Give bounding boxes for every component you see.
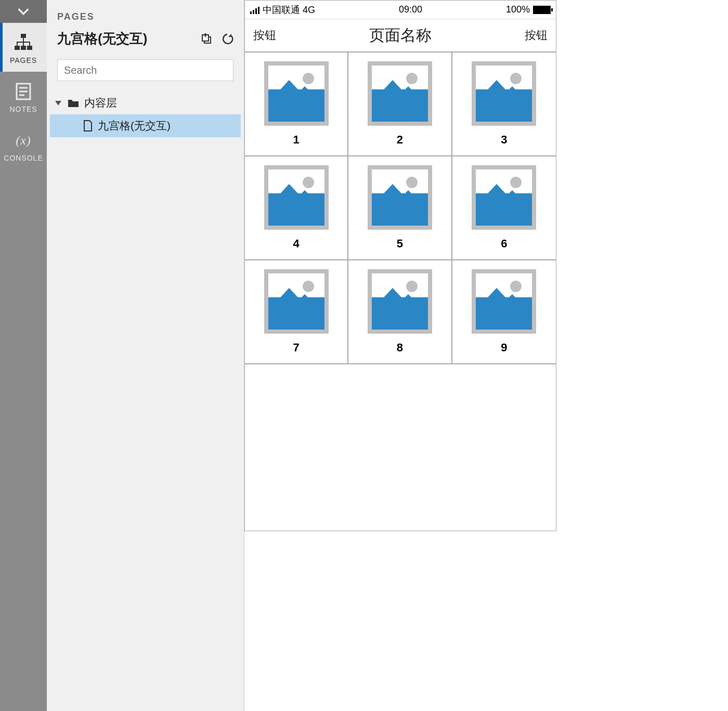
grid-cell: 1: [245, 52, 348, 156]
status-bar: 中国联通 4G 09:00 100%: [245, 1, 556, 19]
image-placeholder-icon: [264, 61, 329, 126]
grid-cell: 3: [452, 52, 556, 156]
rail-collapse-button[interactable]: [0, 0, 47, 23]
tree-folder[interactable]: 内容层: [50, 91, 241, 114]
grid-cell: 5: [348, 156, 452, 260]
image-placeholder-icon: [472, 269, 536, 334]
cell-label: 3: [501, 133, 507, 147]
page-tree: 内容层 九宫格(无交互): [47, 86, 244, 142]
svg-rect-2: [21, 46, 26, 50]
tree-page-item[interactable]: 九宫格(无交互): [50, 114, 241, 137]
tree-page-label: 九宫格(无交互): [98, 118, 171, 133]
grid-cell: 4: [245, 156, 348, 260]
device-frame: 中国联通 4G 09:00 100% 按钮 页面名称 按钮 1 2: [244, 0, 556, 531]
cell-label: 5: [397, 237, 403, 251]
rail-tab-console[interactable]: (x) CONSOLE: [0, 121, 47, 169]
cell-label: 8: [397, 341, 403, 354]
triangle-down-icon: [55, 101, 61, 106]
rail-tab-label: PAGES: [10, 56, 37, 64]
pages-panel-header: PAGES 九宫格(无交互): [47, 0, 244, 51]
image-placeholder-icon: [264, 165, 329, 230]
nav-right-button[interactable]: 按钮: [525, 28, 548, 43]
cell-label: 6: [501, 237, 507, 251]
cell-label: 7: [293, 341, 300, 354]
notes-icon: [13, 81, 34, 102]
cell-label: 9: [501, 341, 507, 354]
status-time: 09:00: [399, 4, 422, 15]
grid-cell: 6: [452, 156, 556, 260]
icon-rail: PAGES NOTES (x) CONSOLE: [0, 0, 47, 711]
search-input[interactable]: [57, 59, 233, 81]
battery-percent: 100%: [506, 4, 530, 15]
image-placeholder-icon: [368, 269, 432, 334]
variable-icon: (x): [13, 130, 34, 151]
rail-tab-label: CONSOLE: [4, 154, 43, 162]
folder-icon: [68, 98, 79, 108]
device-blank-area: [245, 364, 556, 531]
battery-icon: [533, 6, 551, 14]
canvas-area: 中国联通 4G 09:00 100% 按钮 页面名称 按钮 1 2: [244, 0, 728, 711]
grid-cell: 7: [245, 260, 348, 364]
nav-bar: 按钮 页面名称 按钮: [245, 19, 556, 52]
svg-text:(x): (x): [16, 134, 31, 147]
cell-label: 1: [293, 133, 300, 147]
current-page-title: 九宫格(无交互): [57, 30, 147, 48]
signal-icon: [250, 6, 259, 14]
grid-cell: 9: [452, 260, 556, 364]
image-placeholder-icon: [368, 165, 432, 230]
page-icon: [83, 120, 93, 131]
nine-grid: 1 2 3 4 5 6 7: [245, 52, 556, 364]
cell-label: 4: [293, 237, 300, 251]
grid-cell: 8: [348, 260, 452, 364]
chevron-down-icon: [16, 4, 31, 19]
pages-panel: PAGES 九宫格(无交互) 内容层: [47, 0, 244, 711]
carrier-label: 中国联通 4G: [263, 4, 315, 16]
sitemap-icon: [13, 32, 34, 53]
rail-tab-pages[interactable]: PAGES: [0, 23, 47, 72]
tree-folder-label: 内容层: [84, 96, 117, 110]
pages-section-label: PAGES: [57, 11, 233, 22]
image-placeholder-icon: [472, 165, 536, 230]
rail-tab-label: NOTES: [9, 105, 37, 113]
image-placeholder-icon: [472, 61, 536, 126]
image-placeholder-icon: [264, 269, 329, 334]
image-placeholder-icon: [368, 61, 432, 126]
svg-rect-3: [27, 46, 32, 50]
export-icon[interactable]: [200, 33, 213, 45]
nav-left-button[interactable]: 按钮: [253, 28, 276, 43]
refresh-icon[interactable]: [221, 33, 233, 45]
rail-tab-notes[interactable]: NOTES: [0, 72, 47, 121]
cell-label: 2: [397, 133, 403, 147]
nav-title: 页面名称: [369, 25, 432, 46]
search-wrap: [47, 51, 244, 86]
svg-rect-0: [21, 34, 26, 38]
svg-rect-1: [15, 46, 20, 50]
grid-cell: 2: [348, 52, 452, 156]
